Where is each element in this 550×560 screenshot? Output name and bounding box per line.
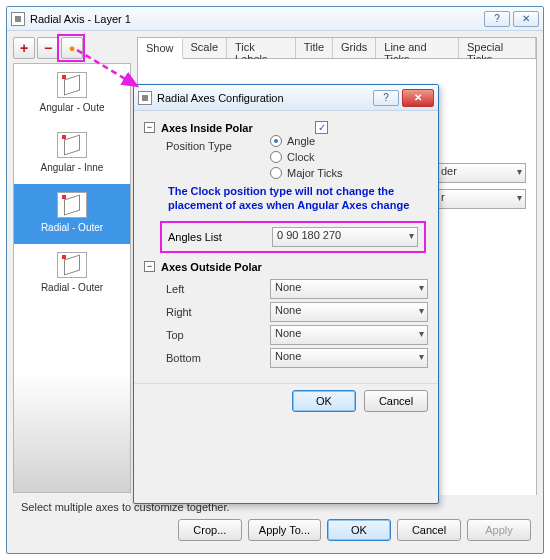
app-icon	[11, 12, 25, 26]
tab-grids[interactable]: Grids	[333, 38, 376, 58]
radio-label: Angle	[287, 135, 315, 147]
section-header-inside: − Axes Inside Polar ✓	[144, 121, 428, 134]
angles-list-combo[interactable]: 0 90 180 270	[272, 227, 418, 247]
bg-combo-2[interactable]: r	[436, 189, 526, 209]
radio-angle[interactable]: Angle	[270, 135, 428, 147]
annotation-text: The Clock position type will not change …	[168, 185, 428, 213]
radio-label: Major Ticks	[287, 167, 343, 179]
footer-apply-button[interactable]: Apply	[467, 519, 531, 541]
radio-dot-icon	[270, 135, 282, 147]
angles-list-label: Angles List	[168, 231, 272, 243]
collapse-toggle-inside[interactable]: −	[144, 122, 155, 133]
list-item[interactable]: Radial - Outer	[14, 184, 130, 244]
section-header-outside: − Axes Outside Polar	[144, 261, 428, 273]
angles-list-highlight: Angles List 0 90 180 270	[160, 221, 426, 253]
dialog-help-button[interactable]: ?	[373, 90, 399, 106]
footer-ok-button[interactable]: OK	[327, 519, 391, 541]
tab-tick-labels[interactable]: Tick Labels	[227, 38, 296, 58]
radial-axes-config-dialog: Radial Axes Configuration ? ✕ − Axes Ins…	[133, 84, 439, 504]
close-button[interactable]: ✕	[513, 11, 539, 27]
dialog-app-icon	[138, 91, 152, 105]
axis-label: Radial - Outer	[14, 222, 130, 233]
axis-list[interactable]: Angular - Oute Angular - Inne Radial - O…	[13, 63, 131, 493]
highlight-annotation	[57, 34, 85, 62]
footer-cancel-button[interactable]: Cancel	[397, 519, 461, 541]
bottom-label: Bottom	[166, 352, 270, 364]
bottom-combo[interactable]: None	[270, 348, 428, 368]
dialog-titlebar: Radial Axes Configuration ? ✕	[134, 85, 438, 111]
tab-line-and-ticks[interactable]: Line and Ticks	[376, 38, 459, 58]
dialog-title: Radial Axes Configuration	[157, 92, 284, 104]
collapse-toggle-outside[interactable]: −	[144, 261, 155, 272]
radio-dot-icon	[270, 151, 282, 163]
main-titlebar: Radial Axis - Layer 1 ? ✕	[7, 7, 543, 31]
tab-special-ticks[interactable]: Special Ticks	[459, 38, 536, 58]
inside-polar-checkbox[interactable]: ✓	[315, 121, 328, 134]
left-label: Left	[166, 283, 270, 295]
list-item[interactable]: Radial - Outer	[14, 244, 130, 304]
left-combo[interactable]: None	[270, 279, 428, 299]
tab-title[interactable]: Title	[296, 38, 333, 58]
dialog-cancel-button[interactable]: Cancel	[364, 390, 428, 412]
apply-to-button[interactable]: Apply To...	[248, 519, 321, 541]
remove-axis-button[interactable]: −	[37, 37, 59, 59]
list-item[interactable]: Angular - Inne	[14, 124, 130, 184]
axis-icon	[57, 72, 87, 98]
radio-dot-icon	[270, 167, 282, 179]
main-title: Radial Axis - Layer 1	[30, 13, 131, 25]
bg-combo-1[interactable]: der	[436, 163, 526, 183]
radio-major-ticks[interactable]: Major Ticks	[270, 167, 428, 179]
crop-button[interactable]: Crop...	[178, 519, 242, 541]
section-title-outside: Axes Outside Polar	[161, 261, 262, 273]
left-toolbar: + −	[13, 37, 131, 59]
top-label: Top	[166, 329, 270, 341]
radio-label: Clock	[287, 151, 315, 163]
add-axis-button[interactable]: +	[13, 37, 35, 59]
axis-label: Angular - Oute	[14, 102, 130, 113]
tab-show[interactable]: Show	[138, 39, 183, 59]
top-combo[interactable]: None	[270, 325, 428, 345]
dialog-close-button[interactable]: ✕	[402, 89, 434, 107]
axis-label: Radial - Outer	[14, 282, 130, 293]
left-panel: + − Angular - Oute Angular - Inne Radial…	[13, 37, 131, 493]
help-button[interactable]: ?	[484, 11, 510, 27]
axis-icon	[57, 132, 87, 158]
right-combo[interactable]: None	[270, 302, 428, 322]
tab-scale[interactable]: Scale	[183, 38, 228, 58]
axis-icon	[57, 252, 87, 278]
section-title-inside: Axes Inside Polar	[161, 122, 253, 134]
axis-icon	[57, 192, 87, 218]
axis-label: Angular - Inne	[14, 162, 130, 173]
list-item[interactable]: Angular - Oute	[14, 64, 130, 124]
list-shadow	[14, 372, 130, 492]
radio-clock[interactable]: Clock	[270, 151, 428, 163]
tabstrip: Show Scale Tick Labels Title Grids Line …	[137, 37, 537, 59]
position-type-label: Position Type	[166, 140, 270, 152]
right-label: Right	[166, 306, 270, 318]
dialog-ok-button[interactable]: OK	[292, 390, 356, 412]
